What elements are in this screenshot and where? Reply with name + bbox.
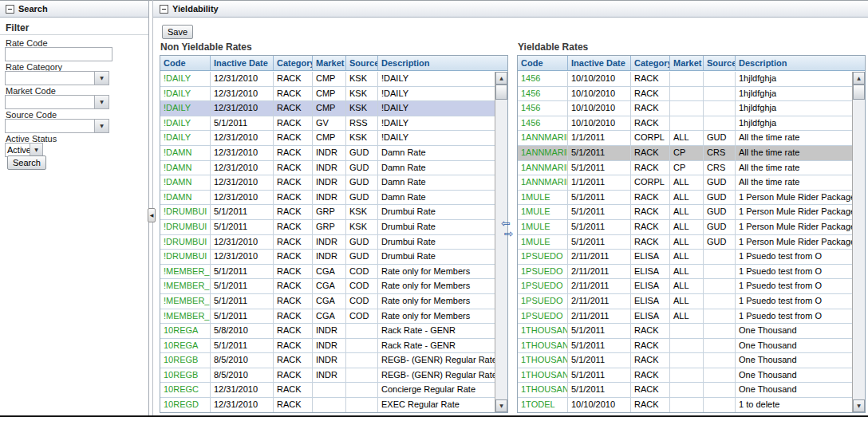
table-row[interactable]: 1THOUSAND5/1/2011RACKOne Thousand — [518, 368, 852, 384]
column-header-market[interactable]: Market — [313, 56, 346, 70]
move-right-icon[interactable]: ⇨ — [504, 229, 519, 239]
table-row[interactable]: 1PSUEDO2/11/2011ELISAALL1 Psuedo test fr… — [518, 265, 852, 280]
table-row[interactable]: 1THOUSAND5/1/2011RACKOne Thousand — [518, 353, 852, 368]
table-row[interactable]: 10REGC12/31/2010RACKConcierge Regular Ra… — [160, 383, 495, 398]
table-row[interactable]: 1TODEL10/10/2010RACK1 to delete — [518, 398, 852, 412]
table-row[interactable]: 1ANNMARIE1/1/2011CORPLALLGUDAll the time… — [518, 131, 852, 146]
code-cell: 1THOUSAND — [518, 368, 568, 383]
table-row[interactable]: 1MULE5/1/2011RACKALLGUD1 Person Mule Rid… — [518, 220, 852, 235]
column-header-code[interactable]: Code — [160, 56, 211, 70]
table-row[interactable]: 1PSUEDO2/11/2011ELISAALL1 Psuedo test fr… — [518, 279, 852, 294]
vertical-scrollbar[interactable]: ▲ ▼ — [495, 72, 507, 412]
table-row[interactable]: 1THOUSAND5/1/2011RACKOne Thousand — [518, 339, 852, 354]
table-row[interactable]: 1ANNMARIE5/1/2011RACKCPCRSAll the time r… — [518, 146, 852, 161]
splitter-collapse-button[interactable]: ◀ — [148, 208, 156, 222]
cell: 12/31/2010 — [211, 383, 274, 397]
rate-category-dropdown-button[interactable]: ▼ — [94, 72, 108, 85]
column-header-description[interactable]: Description — [378, 56, 507, 70]
column-header-source[interactable]: Source — [704, 56, 736, 70]
table-row[interactable]: !DAMN12/31/2010RACKINDRGUDDamn Rate — [160, 191, 495, 206]
search-button[interactable]: Search — [7, 155, 46, 170]
table-row[interactable]: !DAMN12/31/2010RACKINDRGUDDamn Rate — [160, 161, 495, 176]
table-row[interactable]: !DRUMBUI12/31/2010RACKINDRGUDDrumbui Rat… — [160, 235, 495, 250]
table-row[interactable]: 1ANNMARIE5/1/2011RACKCPCRSAll the time r… — [518, 161, 852, 176]
rate-category-dropdown[interactable]: ▼ — [5, 71, 109, 85]
table-row[interactable]: 1MULE5/1/2011RACKALLGUD1 Person Mule Rid… — [518, 205, 852, 220]
code-cell: 1PSUEDO — [518, 279, 568, 293]
table-row[interactable]: !DAMN12/31/2010RACKINDRGUDDamn Rate — [160, 146, 495, 161]
table-row[interactable]: 1PSUEDO2/11/2011ELISAALL1 Psuedo test fr… — [518, 294, 852, 309]
scrollbar-thumb[interactable] — [495, 85, 507, 100]
code-cell: !DRUMBUI — [160, 250, 211, 264]
table-row[interactable]: !MEMBER_RA...5/1/2011RACKCGACODRate only… — [160, 265, 495, 280]
table-row[interactable]: 1PSUEDO2/11/2011ELISAALL1 Psuedo test fr… — [518, 250, 852, 265]
active-status-dropdown-button[interactable]: ▼ — [30, 144, 42, 156]
table-row[interactable]: !DRUMBUI5/1/2011RACKGRPKSKDrumbui Rate — [160, 205, 495, 220]
table-row[interactable]: 10REGB8/5/2010RACKINDRREGB- (GENR) Regul… — [160, 353, 495, 368]
collapse-icon[interactable] — [160, 5, 168, 14]
cell — [704, 383, 736, 397]
column-header-category[interactable]: Category — [631, 56, 670, 70]
table-row[interactable]: 1MULE5/1/2011RACKALLGUD1 Person Mule Rid… — [518, 235, 852, 250]
column-header-category[interactable]: Category — [274, 56, 313, 70]
table-row[interactable]: 1MULE5/1/2011RACKALLGUD1 Person Mule Rid… — [518, 191, 852, 206]
column-header-inactive-date[interactable]: Inactive Date — [211, 56, 274, 70]
cell: RACK — [274, 398, 313, 412]
market-code-dropdown-button[interactable]: ▼ — [94, 96, 108, 108]
column-header-description[interactable]: Description — [736, 56, 865, 70]
table-row[interactable]: 1THOUSAND5/1/2011RACKOne Thousand — [518, 324, 852, 339]
table-row[interactable]: !DAILY5/1/2011RACKGVRSS!DAILY — [160, 116, 495, 132]
cell: 5/1/2011 — [568, 205, 631, 219]
table-row[interactable]: !DRUMBUI12/31/2010RACKINDRGUDDrumbui Rat… — [160, 250, 495, 265]
scroll-down-button[interactable]: ▼ — [853, 399, 865, 412]
table-row[interactable]: 1PSUEDO2/11/2011ELISAALL1 Psuedo test fr… — [518, 309, 852, 325]
table-row[interactable]: !DAILY12/31/2010RACKCMPKSK!DAILY — [160, 72, 495, 87]
table-row[interactable]: !MEMBER_RA...5/1/2011RACKCGACODRate only… — [160, 279, 495, 294]
code-cell: 1MULE — [518, 220, 568, 234]
table-row[interactable]: 10REGB8/5/2010RACKINDRREGB- (GENR) Regul… — [160, 368, 495, 384]
scroll-up-button[interactable]: ▲ — [853, 72, 865, 85]
cell — [704, 294, 736, 309]
table-row[interactable]: !MEMBER_RA...5/1/2011RACKCGACODRate only… — [160, 309, 495, 325]
cell: KSK — [346, 131, 378, 145]
table-row[interactable]: 145610/10/2010RACK1hjldfghja — [518, 101, 852, 116]
vertical-scrollbar[interactable]: ▲ ▼ — [852, 72, 865, 412]
table-row[interactable]: 1THOUSAND5/1/2011RACKOne Thousand — [518, 383, 852, 398]
scrollbar-thumb[interactable] — [853, 85, 865, 100]
cell: Drumbui Rate — [378, 250, 495, 264]
table-row[interactable]: !DAILY12/31/2010RACKCMPKSK!DAILY — [160, 131, 495, 146]
table-row[interactable]: 10REGA5/1/2011RACKINDRRack Rate - GENR — [160, 339, 495, 354]
column-header-inactive-date[interactable]: Inactive Date — [568, 56, 631, 70]
column-header-source[interactable]: Source — [346, 56, 378, 70]
table-row[interactable]: 10REGA5/8/2010RACKINDRRack Rate - GENR — [160, 324, 495, 339]
market-code-dropdown[interactable]: ▼ — [5, 95, 109, 109]
table-row[interactable]: 1ANNMARIE1/1/2011CORPLALLGUDAll the time… — [518, 175, 852, 191]
source-code-dropdown-button[interactable]: ▼ — [94, 120, 108, 132]
table-row[interactable]: 10REGD12/31/2010RACKEXEC Regular Rate — [160, 398, 495, 412]
table-row[interactable]: !DAILY12/31/2010RACKCMPKSK!DAILY — [160, 101, 495, 116]
table-row[interactable]: !DAILY12/31/2010RACKCMPKSK!DAILY — [160, 87, 495, 102]
table-row[interactable]: !DAMN12/31/2010RACKINDRGUDDamn Rate — [160, 175, 495, 191]
table-row[interactable]: 145610/10/2010RACK1hjldfghja — [518, 87, 852, 102]
cell: INDR — [313, 175, 346, 190]
cell: INDR — [313, 146, 346, 160]
table-row[interactable]: 145610/10/2010RACK1hjldfghja — [518, 116, 852, 132]
cell: All the time rate — [736, 161, 852, 175]
table-row[interactable]: !MEMBER_RA...5/1/2011RACKCGACODRate only… — [160, 294, 495, 309]
rate-code-input[interactable] — [5, 47, 112, 61]
cell: COD — [346, 294, 378, 309]
cell — [346, 324, 378, 338]
source-code-dropdown[interactable]: ▼ — [5, 119, 109, 133]
column-header-market[interactable]: Market — [670, 56, 704, 70]
cell: 5/1/2011 — [568, 191, 631, 205]
save-button[interactable]: Save — [162, 25, 193, 39]
collapse-icon[interactable] — [6, 5, 14, 14]
cell: 2/11/2011 — [568, 265, 631, 279]
cell: !DAILY — [378, 131, 495, 145]
scroll-down-button[interactable]: ▼ — [495, 399, 507, 412]
table-row[interactable]: 145610/10/2010RACK1hjldfghja — [518, 72, 852, 87]
cell — [670, 72, 704, 86]
scroll-up-button[interactable]: ▲ — [495, 72, 507, 85]
column-header-code[interactable]: Code — [518, 56, 568, 70]
table-row[interactable]: !DRUMBUI5/1/2011RACKGRPKSKDrumbui Rate — [160, 220, 495, 235]
